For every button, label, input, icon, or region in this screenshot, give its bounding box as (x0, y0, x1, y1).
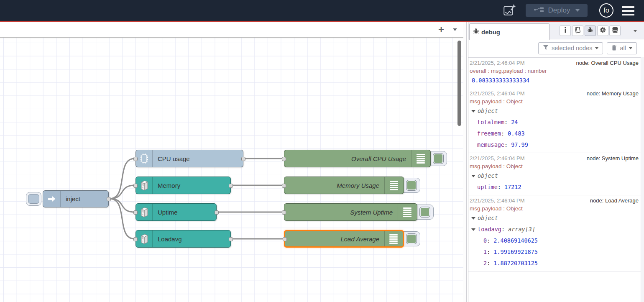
node-input-port[interactable] (282, 184, 286, 188)
message-node-name[interactable]: node: Overall CPU Usage (576, 59, 639, 67)
message-property: overall : msg.payload : number (470, 67, 639, 75)
message-value[interactable]: 8.083333333333334 (470, 75, 639, 86)
node-cpu-usage[interactable]: CPU usage (135, 150, 243, 167)
chevron-down-icon (629, 47, 632, 49)
wire[interactable] (110, 199, 135, 212)
node-input-port[interactable] (282, 210, 286, 215)
debug-toolbar: selected nodes all (468, 39, 641, 57)
add-flow-button[interactable]: + (435, 23, 447, 36)
help-tab-button[interactable] (572, 26, 583, 36)
node-inject[interactable]: inject (43, 190, 109, 207)
node-label: System Uptime (350, 204, 393, 220)
tree-row-object[interactable]: object (470, 170, 639, 182)
chevron-down-icon (453, 28, 457, 31)
debug-message[interactable]: 2/21/2025, 2:46:04 PM node: Load Average… (468, 195, 641, 271)
message-timestamp: 2/21/2025, 2:46:04 PM (470, 154, 525, 162)
wire[interactable] (110, 185, 135, 199)
node-loadavg[interactable]: Loadavg (135, 230, 231, 248)
inject-trigger-button[interactable] (26, 192, 41, 206)
deploy-chevron-down-icon[interactable] (575, 9, 580, 12)
debug-message[interactable]: 2/21/2025, 2:46:04 PM node: System Uptim… (468, 153, 641, 195)
wire[interactable] (110, 199, 135, 239)
debug-tab-button[interactable] (585, 26, 596, 36)
node-input-port[interactable] (283, 237, 287, 241)
collapse-caret-icon[interactable] (471, 217, 475, 220)
user-avatar[interactable]: fo (599, 3, 613, 18)
node-label: Memory (158, 177, 180, 194)
debug-toggle-button[interactable] (433, 153, 444, 164)
deploy-button[interactable]: Deploy (526, 4, 588, 17)
config-tab-button[interactable] (597, 26, 608, 36)
wire[interactable] (110, 159, 135, 199)
node-output-port[interactable] (229, 237, 233, 241)
node-uptime[interactable]: Uptime (135, 203, 217, 221)
avatar-initials: fo (603, 7, 609, 14)
sidebar-scrollbar-track[interactable] (641, 57, 644, 302)
debug-output-icon (398, 204, 417, 220)
main-menu-button[interactable] (622, 6, 634, 15)
node-label: Loadavg (158, 230, 182, 247)
tree-row: memusage:97.99 (470, 139, 639, 151)
node-memory[interactable]: Memory (135, 177, 231, 194)
node-output-port[interactable] (215, 210, 219, 215)
debug-toggle-button[interactable] (406, 180, 417, 191)
collapse-caret-icon[interactable] (471, 228, 475, 231)
debug-sidebar: debug (468, 22, 644, 302)
assistant-button[interactable] (502, 3, 517, 18)
node-debug-system-uptime[interactable]: System Uptime (284, 203, 417, 221)
node-input-port[interactable] (133, 237, 138, 241)
message-node-name[interactable]: node: Load Average (590, 197, 639, 205)
debug-toggle-button[interactable] (406, 233, 417, 244)
chevron-down-icon (634, 30, 637, 32)
debug-filter-button[interactable]: selected nodes (538, 42, 603, 54)
node-debug-memory-usage[interactable]: Memory Usage (284, 177, 404, 194)
node-input-port[interactable] (133, 184, 138, 188)
filter-funnel-icon (543, 45, 549, 51)
flow-list-button[interactable] (452, 26, 458, 33)
message-timestamp: 2/21/2025, 2:46:04 PM (470, 90, 525, 97)
node-input-port[interactable] (282, 157, 286, 161)
debug-clear-button[interactable]: all (607, 42, 637, 54)
debug-output-icon (384, 177, 404, 194)
clear-label: all (620, 45, 626, 51)
node-label: Overall CPU Usage (351, 150, 406, 167)
message-node-name[interactable]: node: Memory Usage (587, 90, 639, 97)
computer-tower-icon (136, 177, 153, 194)
tab-debug-label: debug (481, 28, 500, 36)
message-property: msg.payload : Object (470, 162, 639, 170)
tab-debug[interactable]: debug (469, 23, 549, 40)
node-output-port[interactable] (229, 184, 233, 188)
node-debug-overall-cpu[interactable]: Overall CPU Usage (284, 150, 431, 167)
collapse-caret-icon[interactable] (471, 175, 475, 177)
node-red-editor: Deploy fo + (0, 0, 644, 302)
debug-message[interactable]: 2/21/2025, 2:46:04 PM node: Overall CPU … (468, 58, 641, 88)
tree-row: 1:1.99169921875 (470, 246, 639, 258)
debug-output-icon (384, 231, 403, 246)
debug-toggle-button[interactable] (419, 207, 430, 218)
tree-row-object[interactable]: object (470, 105, 639, 117)
computer-tower-icon (136, 204, 153, 220)
node-debug-load-average[interactable]: Load Average (284, 230, 404, 248)
gear-icon (600, 27, 606, 35)
sidebar-tabs-menu-button[interactable] (631, 28, 639, 34)
sidebar-resize-handle[interactable] (463, 22, 468, 302)
node-input-port[interactable] (133, 210, 138, 215)
tree-row-array[interactable]: loadavg:array[3] (470, 224, 639, 235)
node-input-port[interactable] (133, 157, 138, 161)
debug-message-list[interactable]: 2/21/2025, 2:46:04 PM node: Overall CPU … (468, 57, 641, 302)
collapse-caret-icon[interactable] (471, 110, 475, 113)
debug-message[interactable]: 2/21/2025, 2:46:04 PM node: Memory Usage… (468, 88, 641, 153)
message-node-name[interactable]: node: System Uptime (587, 154, 639, 162)
tree-row: uptime:17212 (470, 182, 639, 193)
node-output-port[interactable] (107, 197, 111, 201)
bug-icon (473, 28, 479, 36)
context-tab-button[interactable] (609, 26, 621, 36)
tree-row-object[interactable]: object (470, 212, 639, 224)
canvas-grid[interactable]: inject (0, 38, 463, 302)
canvas-vertical-scrollbar[interactable] (457, 41, 461, 126)
info-tab-button[interactable] (560, 26, 571, 36)
flow-canvas[interactable]: + (0, 22, 463, 302)
computer-tower-icon (136, 230, 153, 247)
node-output-port[interactable] (241, 157, 245, 161)
message-timestamp: 2/21/2025, 2:46:04 PM (470, 59, 525, 67)
